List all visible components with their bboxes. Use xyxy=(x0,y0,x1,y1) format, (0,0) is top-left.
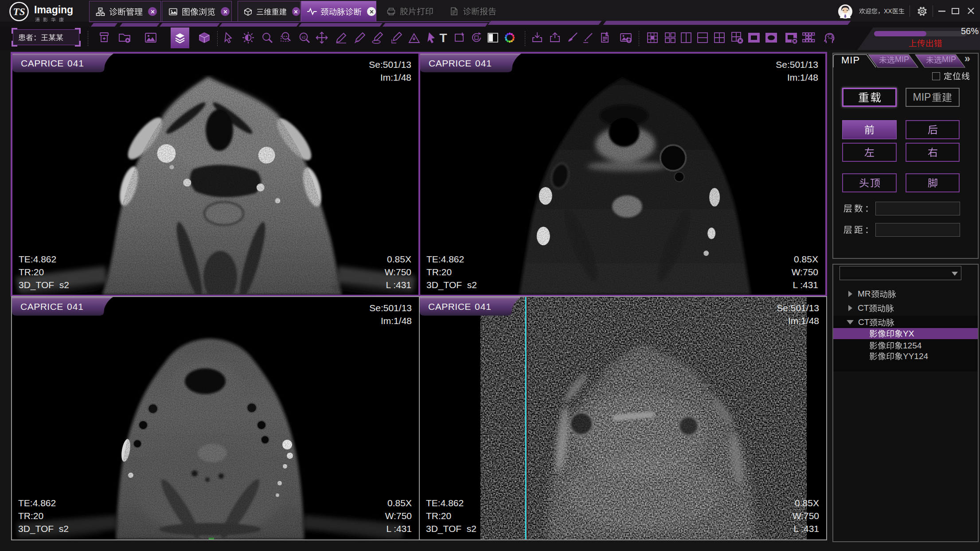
svg-text:CAPRICE: CAPRICE xyxy=(429,58,472,68)
svg-text:x2: x2 xyxy=(302,35,306,39)
svg-text:CAPRICE: CAPRICE xyxy=(20,301,63,312)
svg-text:041: 041 xyxy=(67,58,84,68)
svg-text:T: T xyxy=(439,31,447,44)
svg-text:TS: TS xyxy=(13,6,25,17)
svg-text:041: 041 xyxy=(67,301,84,312)
svg-text:041: 041 xyxy=(475,301,492,312)
svg-text:041: 041 xyxy=(475,58,492,68)
svg-text:CAPRICE: CAPRICE xyxy=(428,301,471,312)
svg-text:CAPRICE: CAPRICE xyxy=(21,58,64,68)
